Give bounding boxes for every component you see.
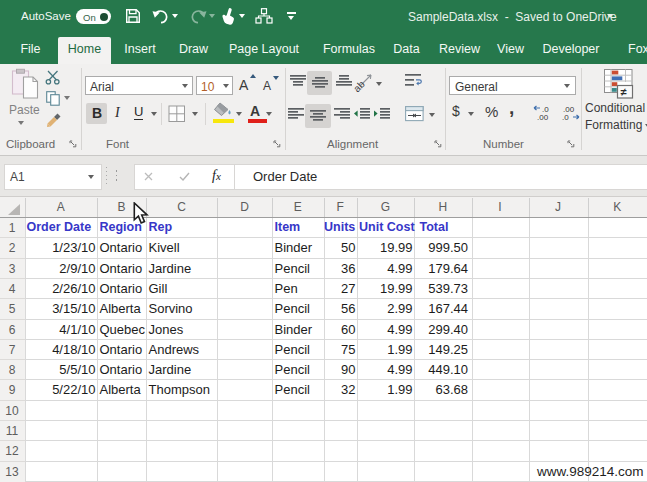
svg-text:.00: .00: [537, 113, 549, 121]
svg-text:≠: ≠: [621, 86, 627, 98]
svg-text:.0: .0: [562, 113, 569, 121]
